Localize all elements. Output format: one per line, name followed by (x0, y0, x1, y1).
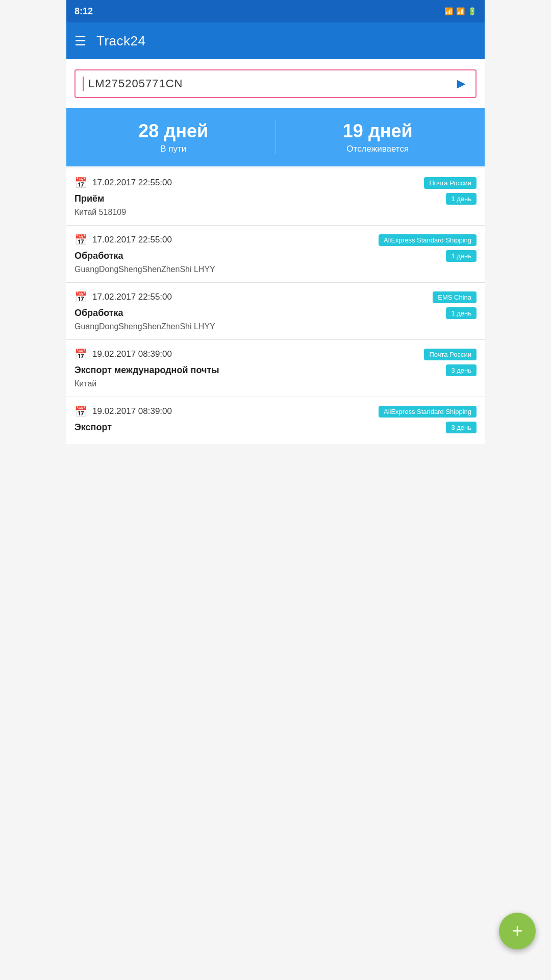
stat-divider (276, 120, 276, 154)
menu-icon[interactable]: ☰ (74, 34, 86, 47)
search-send-button[interactable]: ► (454, 76, 468, 92)
day-badge: 1 день (446, 250, 477, 262)
event-status-row: Экспорт международной почты 3 день (74, 364, 477, 376)
event-date: 17.02.2017 22:55:00 (92, 235, 172, 245)
day-badge: 3 день (446, 364, 477, 376)
transit-stat: 28 дней В пути (77, 120, 270, 154)
transit-value: 28 дней (77, 120, 270, 142)
transit-label: В пути (77, 144, 270, 154)
event-item: 📅 17.02.2017 22:55:00 Почта России Приём… (66, 168, 485, 226)
event-location: GuangDongShengShenZhenShi LHYY (74, 265, 477, 274)
event-header: 📅 17.02.2017 22:55:00 Почта России (74, 177, 477, 189)
event-location: Китай 518109 (74, 208, 477, 217)
event-header: 📅 19.02.2017 08:39:00 AliExpress Standar… (74, 405, 477, 418)
app-bar: ☰ Track24 (66, 22, 485, 59)
calendar-icon: 📅 (74, 291, 87, 303)
event-location: GuangDongShengShenZhenShi LHYY (74, 322, 477, 331)
event-datetime: 📅 19.02.2017 08:39:00 (74, 348, 172, 360)
calendar-icon: 📅 (74, 234, 87, 246)
service-badge: AliExpress Standard Shipping (379, 234, 477, 246)
text-cursor (83, 77, 84, 91)
tracked-stat: 19 дней Отслеживается (281, 120, 475, 154)
event-status: Экспорт международной почты (74, 365, 219, 376)
event-date: 17.02.2017 22:55:00 (92, 178, 172, 188)
day-badge: 3 день (446, 422, 477, 433)
event-datetime: 📅 17.02.2017 22:55:00 (74, 177, 172, 189)
tracked-value: 19 дней (281, 120, 475, 142)
event-date: 17.02.2017 22:55:00 (92, 292, 172, 302)
event-status-row: Обработка 1 день (74, 307, 477, 319)
status-time: 8:12 (74, 6, 93, 17)
event-header: 📅 17.02.2017 22:55:00 EMS China (74, 291, 477, 303)
tracking-number-input[interactable]: LM275205771CN (88, 77, 454, 90)
event-date: 19.02.2017 08:39:00 (92, 349, 172, 359)
event-header: 📅 19.02.2017 08:39:00 Почта России (74, 348, 477, 360)
status-icons: 📶 📶 🔋 (444, 7, 477, 15)
event-header: 📅 17.02.2017 22:55:00 AliExpress Standar… (74, 234, 477, 246)
event-datetime: 📅 19.02.2017 08:39:00 (74, 405, 172, 418)
calendar-icon: 📅 (74, 177, 87, 189)
service-badge: EMS China (433, 291, 477, 303)
day-badge: 1 день (446, 307, 477, 319)
event-item: 📅 19.02.2017 08:39:00 Почта России Экспо… (66, 340, 485, 397)
signal-icon: 📶 (456, 7, 465, 15)
event-datetime: 📅 17.02.2017 22:55:00 (74, 234, 172, 246)
wifi-icon: 📶 (444, 7, 453, 15)
event-item: 📅 17.02.2017 22:55:00 EMS China Обработк… (66, 283, 485, 340)
event-status-row: Экспорт 3 день (74, 422, 477, 433)
event-date: 19.02.2017 08:39:00 (92, 406, 172, 416)
service-badge: Почта России (424, 177, 477, 189)
tracked-label: Отслеживается (281, 144, 475, 154)
event-status: Обработка (74, 251, 123, 261)
event-location: Китай (74, 379, 477, 388)
stats-section: 28 дней В пути 19 дней Отслеживается (66, 108, 485, 166)
app-title: Track24 (96, 33, 145, 49)
service-badge: AliExpress Standard Shipping (379, 406, 477, 418)
calendar-icon: 📅 (74, 348, 87, 360)
event-item: 📅 17.02.2017 22:55:00 AliExpress Standar… (66, 226, 485, 283)
events-section: 📅 17.02.2017 22:55:00 Почта России Приём… (66, 168, 485, 445)
event-status: Приём (74, 193, 104, 204)
status-bar: 8:12 📶 📶 🔋 (66, 0, 485, 22)
event-status: Экспорт (74, 422, 112, 433)
event-item: 📅 19.02.2017 08:39:00 AliExpress Standar… (66, 397, 485, 445)
battery-icon: 🔋 (468, 7, 477, 15)
search-section: LM275205771CN ► (66, 59, 485, 108)
search-box: LM275205771CN ► (74, 69, 477, 98)
event-status-row: Обработка 1 день (74, 250, 477, 262)
service-badge: Почта России (424, 349, 477, 360)
event-datetime: 📅 17.02.2017 22:55:00 (74, 291, 172, 303)
calendar-icon: 📅 (74, 405, 87, 418)
event-status: Обработка (74, 308, 123, 318)
event-status-row: Приём 1 день (74, 193, 477, 205)
day-badge: 1 день (446, 193, 477, 205)
